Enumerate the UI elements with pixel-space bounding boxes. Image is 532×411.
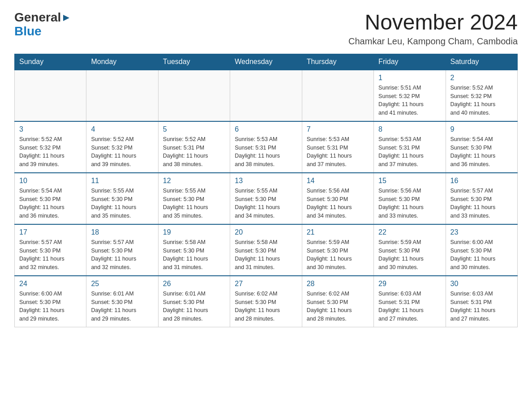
calendar-header-row: Sunday Monday Tuesday Wednesday Thursday… (15, 54, 518, 70)
day-info: Sunrise: 5:52 AMSunset: 5:31 PMDaylight:… (163, 135, 225, 169)
day-info: Sunrise: 5:57 AMSunset: 5:30 PMDaylight:… (19, 238, 82, 272)
day-info: Sunrise: 5:55 AMSunset: 5:30 PMDaylight:… (163, 187, 225, 220)
col-header-tuesday: Tuesday (158, 54, 230, 70)
day-number: 26 (163, 280, 225, 288)
calendar-day: 26Sunrise: 6:01 AMSunset: 5:30 PMDayligh… (158, 276, 230, 327)
calendar-day (86, 70, 158, 121)
day-info: Sunrise: 5:52 AMSunset: 5:32 PMDaylight:… (19, 135, 82, 169)
day-number: 21 (307, 228, 369, 236)
calendar-day: 4Sunrise: 5:52 AMSunset: 5:32 PMDaylight… (86, 121, 158, 173)
day-info: Sunrise: 5:59 AMSunset: 5:30 PMDaylight:… (378, 238, 441, 272)
day-number: 7 (307, 125, 369, 133)
logo-general-text: General (14, 11, 61, 25)
day-number: 6 (235, 125, 297, 133)
day-info: Sunrise: 5:55 AMSunset: 5:30 PMDaylight:… (235, 187, 297, 220)
day-number: 27 (235, 280, 297, 288)
calendar-day: 7Sunrise: 5:53 AMSunset: 5:31 PMDaylight… (302, 121, 373, 173)
day-info: Sunrise: 5:53 AMSunset: 5:31 PMDaylight:… (307, 135, 369, 169)
day-number: 20 (235, 228, 297, 236)
day-info: Sunrise: 6:02 AMSunset: 5:30 PMDaylight:… (307, 290, 369, 323)
calendar-week-2: 3Sunrise: 5:52 AMSunset: 5:32 PMDaylight… (15, 121, 518, 173)
logo-arrow-icon (62, 11, 70, 25)
col-header-saturday: Saturday (446, 54, 517, 70)
calendar-day: 20Sunrise: 5:58 AMSunset: 5:30 PMDayligh… (230, 224, 302, 276)
day-info: Sunrise: 5:53 AMSunset: 5:31 PMDaylight:… (378, 135, 441, 169)
day-number: 29 (378, 280, 441, 288)
calendar-day: 3Sunrise: 5:52 AMSunset: 5:32 PMDaylight… (15, 121, 86, 173)
calendar-day: 29Sunrise: 6:03 AMSunset: 5:31 PMDayligh… (374, 276, 446, 327)
day-number: 9 (450, 125, 513, 133)
day-number: 30 (450, 280, 513, 288)
calendar-day: 28Sunrise: 6:02 AMSunset: 5:30 PMDayligh… (302, 276, 373, 327)
day-number: 13 (235, 177, 297, 185)
day-info: Sunrise: 5:55 AMSunset: 5:30 PMDaylight:… (91, 187, 153, 220)
day-number: 1 (378, 74, 441, 82)
calendar-day: 16Sunrise: 5:57 AMSunset: 5:30 PMDayligh… (446, 173, 517, 224)
day-number: 17 (19, 228, 82, 236)
day-info: Sunrise: 5:52 AMSunset: 5:32 PMDaylight:… (91, 135, 153, 169)
day-number: 16 (450, 177, 513, 185)
day-info: Sunrise: 5:53 AMSunset: 5:31 PMDaylight:… (235, 135, 297, 169)
calendar-day: 25Sunrise: 6:01 AMSunset: 5:30 PMDayligh… (86, 276, 158, 327)
location-text: Chamkar Leu, Kampong Cham, Cambodia (348, 36, 518, 47)
logo-blue-text: Blue (14, 25, 42, 39)
day-number: 24 (19, 280, 82, 288)
calendar-day: 18Sunrise: 5:57 AMSunset: 5:30 PMDayligh… (86, 224, 158, 276)
col-header-wednesday: Wednesday (230, 54, 302, 70)
calendar-day: 14Sunrise: 5:56 AMSunset: 5:30 PMDayligh… (302, 173, 373, 224)
day-info: Sunrise: 6:00 AMSunset: 5:30 PMDaylight:… (450, 238, 513, 272)
calendar-day: 21Sunrise: 5:59 AMSunset: 5:30 PMDayligh… (302, 224, 373, 276)
day-number: 4 (91, 125, 153, 133)
calendar-day: 22Sunrise: 5:59 AMSunset: 5:30 PMDayligh… (374, 224, 446, 276)
calendar-week-4: 17Sunrise: 5:57 AMSunset: 5:30 PMDayligh… (15, 224, 518, 276)
calendar-day: 30Sunrise: 6:03 AMSunset: 5:31 PMDayligh… (446, 276, 517, 327)
col-header-sunday: Sunday (15, 54, 86, 70)
calendar-day: 1Sunrise: 5:51 AMSunset: 5:32 PMDaylight… (374, 70, 446, 121)
title-block: November 2024 Chamkar Leu, Kampong Cham,… (348, 11, 518, 47)
calendar-day: 13Sunrise: 5:55 AMSunset: 5:30 PMDayligh… (230, 173, 302, 224)
day-number: 12 (163, 177, 225, 185)
day-info: Sunrise: 5:57 AMSunset: 5:30 PMDaylight:… (450, 187, 513, 220)
day-number: 14 (307, 177, 369, 185)
day-number: 10 (19, 177, 82, 185)
calendar-day: 5Sunrise: 5:52 AMSunset: 5:31 PMDaylight… (158, 121, 230, 173)
day-info: Sunrise: 6:00 AMSunset: 5:30 PMDaylight:… (19, 290, 82, 323)
col-header-monday: Monday (86, 54, 158, 70)
calendar-day: 6Sunrise: 5:53 AMSunset: 5:31 PMDaylight… (230, 121, 302, 173)
calendar-day: 11Sunrise: 5:55 AMSunset: 5:30 PMDayligh… (86, 173, 158, 224)
day-number: 19 (163, 228, 225, 236)
calendar-day (230, 70, 302, 121)
calendar-day: 12Sunrise: 5:55 AMSunset: 5:30 PMDayligh… (158, 173, 230, 224)
day-number: 11 (91, 177, 153, 185)
calendar-day: 23Sunrise: 6:00 AMSunset: 5:30 PMDayligh… (446, 224, 517, 276)
day-info: Sunrise: 5:56 AMSunset: 5:30 PMDaylight:… (378, 187, 441, 220)
day-info: Sunrise: 6:01 AMSunset: 5:30 PMDaylight:… (163, 290, 225, 323)
day-info: Sunrise: 5:59 AMSunset: 5:30 PMDaylight:… (307, 238, 369, 272)
day-number: 23 (450, 228, 513, 236)
day-info: Sunrise: 5:57 AMSunset: 5:30 PMDaylight:… (91, 238, 153, 272)
logo: General Blue (14, 11, 70, 39)
day-info: Sunrise: 6:03 AMSunset: 5:31 PMDaylight:… (450, 290, 513, 323)
calendar-week-5: 24Sunrise: 6:00 AMSunset: 5:30 PMDayligh… (15, 276, 518, 327)
month-title: November 2024 (348, 11, 518, 34)
calendar-day: 2Sunrise: 5:52 AMSunset: 5:32 PMDaylight… (446, 70, 517, 121)
calendar-table: Sunday Monday Tuesday Wednesday Thursday… (14, 54, 518, 327)
calendar-day (158, 70, 230, 121)
calendar-day: 17Sunrise: 5:57 AMSunset: 5:30 PMDayligh… (15, 224, 86, 276)
calendar-week-1: 1Sunrise: 5:51 AMSunset: 5:32 PMDaylight… (15, 70, 518, 121)
day-info: Sunrise: 5:54 AMSunset: 5:30 PMDaylight:… (450, 135, 513, 169)
day-info: Sunrise: 5:54 AMSunset: 5:30 PMDaylight:… (19, 187, 82, 220)
day-info: Sunrise: 6:01 AMSunset: 5:30 PMDaylight:… (91, 290, 153, 323)
calendar-day (302, 70, 373, 121)
day-info: Sunrise: 5:58 AMSunset: 5:30 PMDaylight:… (163, 238, 225, 272)
calendar-day: 15Sunrise: 5:56 AMSunset: 5:30 PMDayligh… (374, 173, 446, 224)
calendar-day: 10Sunrise: 5:54 AMSunset: 5:30 PMDayligh… (15, 173, 86, 224)
day-info: Sunrise: 5:58 AMSunset: 5:30 PMDaylight:… (235, 238, 297, 272)
day-number: 25 (91, 280, 153, 288)
calendar-day: 19Sunrise: 5:58 AMSunset: 5:30 PMDayligh… (158, 224, 230, 276)
day-info: Sunrise: 6:03 AMSunset: 5:31 PMDaylight:… (378, 290, 441, 323)
day-number: 28 (307, 280, 369, 288)
calendar-day: 27Sunrise: 6:02 AMSunset: 5:30 PMDayligh… (230, 276, 302, 327)
day-number: 5 (163, 125, 225, 133)
day-number: 8 (378, 125, 441, 133)
